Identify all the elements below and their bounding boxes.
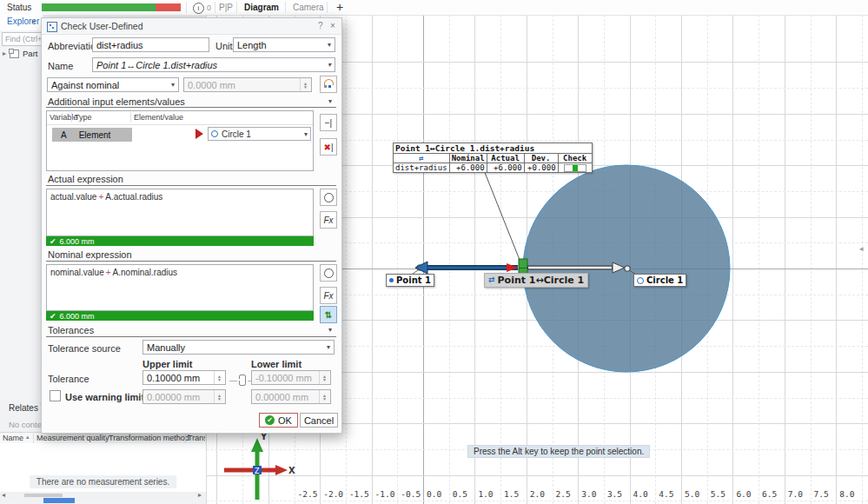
z-axis-label: Z [255,468,260,475]
col-transformation[interactable]: Transformat [188,434,205,442]
input-elements-table[interactable]: Variable Type Element/value A Element Ci… [46,110,314,171]
variable-cell: A [61,130,67,140]
warning-lower-input[interactable]: 0.00000 mm▲▼ [251,389,331,404]
scrollbar-thumb[interactable] [24,494,63,497]
result-dev: +0.000 [524,163,558,173]
actual-result-bar: ✔6.000 mm [46,236,314,246]
nominal-element-button[interactable] [320,264,337,282]
spinner-icons: ▲▼ [214,390,222,403]
actual-fx-button[interactable]: Fx [320,211,337,229]
warning-upper-input[interactable]: 0.00000 mm▲▼ [142,389,226,404]
help-button[interactable]: ? [318,21,323,30]
unit-label: Unit [215,41,233,51]
circle-1-label[interactable]: Circle 1 [633,274,686,287]
name-label: Name [48,61,73,71]
tolerance-source-select[interactable]: Manually▾ [142,340,335,355]
use-warning-limit-checkbox[interactable] [50,390,61,401]
abbreviation-input[interactable]: dist+radius [92,37,209,52]
scrollbar-thumb-active[interactable] [43,498,75,503]
upper-limit-input[interactable]: 0.10000 mm▲▼ [142,370,226,385]
tab-diagram[interactable]: Diagram [244,3,279,12]
delete-row-button[interactable]: ✖| [320,138,337,156]
tab-camera[interactable]: Camera [293,3,324,12]
col-name[interactable]: Name [3,434,23,442]
col-check: Check [558,154,592,163]
upper-limit-label: Upper limit [142,359,192,369]
horizontal-scrollbar[interactable]: ◂ ▸ [0,492,206,499]
result-table-row: dist+radius +6.000 +6.000 +0.000 [394,163,593,173]
transfer-nominal-button[interactable]: ⇅ [320,306,337,323]
status-label: Status [7,3,31,12]
spinner-icons: ▲▼ [319,371,327,384]
info-icon[interactable]: i [193,3,204,14]
lower-limit-label: Lower limit [251,359,301,369]
check-result-table[interactable]: Point 1↔Circle 1.dist+radius ⇄ Nominal A… [393,143,593,173]
unit-select[interactable]: Length▾ [233,37,335,52]
panel-collapse-handle[interactable]: ◂ [859,244,864,253]
point-1-label[interactable]: Point 1 [386,274,434,287]
element-combo[interactable]: Circle 1 ▾ [208,127,311,141]
input-row-selection[interactable]: A Element [52,128,132,142]
dialog-close-icon[interactable]: × [330,21,335,30]
nominal-expression-input[interactable]: nominal.value+A.nominal.radius [46,264,314,311]
axis-tick-label: 7.5 [814,489,829,499]
distance-check-icon: ⇄ [419,154,423,162]
explorer-close-icon[interactable]: × [31,17,36,26]
axis-tick-label: -2.5 [298,489,318,499]
result-table-title: Point 1↔Circle 1.dist+radius [394,143,593,154]
comparison-select[interactable]: Against nominal▾ [47,77,179,92]
cancel-button[interactable]: Cancel [300,413,338,428]
tab-explorer[interactable]: Explorer [0,15,43,30]
ok-button[interactable]: ✔OK [259,413,298,428]
top-toolbar: Status i 0 P|P Diagram Camera + [0,0,868,16]
distance-label[interactable]: ⇄ Point 1↔Circle 1 [484,273,588,288]
dialog-titlebar[interactable]: Check User-Defined ? × [42,18,341,35]
col-transformation-method[interactable]: Transformation method [109,434,189,442]
axis-tick-label: 2.5 [556,489,571,499]
col-measurement-quality[interactable]: Measurement quality [36,434,109,442]
chevron-down-icon: ▾ [327,343,330,351]
spinner-icons: ▲▼ [319,390,327,403]
result-row-label: dist+radius [394,163,450,173]
collapse-arrow-icon[interactable]: ▾ [328,326,332,334]
comparison-number-input[interactable]: 0.0000 mm▲▼ [183,77,312,92]
scroll-right-icon[interactable]: ▸ [198,491,202,499]
tab-pip[interactable]: P|P [219,3,233,12]
name-select[interactable]: Point 1↔Circle 1.dist+radius▾ [92,57,335,72]
inputs-section-title[interactable]: Additional input elements/values [48,96,185,107]
scroll-left-icon[interactable]: ◂ [2,491,5,499]
series-list-area: There are no measurement series. [0,443,206,492]
lower-limit-input[interactable]: -0.10000 mm▲▼ [251,370,331,385]
actual-element-button[interactable] [320,189,337,206]
tree-item-part[interactable]: ▸ Part [3,49,37,58]
chevron-down-icon: ▾ [328,41,331,49]
element-icon [324,269,334,278]
element-icon [324,193,334,202]
axis-tick-label: 3.0 [581,489,596,499]
alt-key-tooltip: Press the Alt key to keep the point sele… [467,445,650,458]
axis-tick-label: 1.0 [478,489,493,499]
circle-icon [637,277,644,284]
col-type: Type [75,113,92,122]
transfer-icon: ⇅ [325,310,332,320]
tolerances-section-title[interactable]: Tolerances [48,325,94,335]
axis-tick-label: 8.0 [839,489,854,499]
add-tab-button[interactable]: + [336,0,343,14]
empty-series-message: There are no measurement series. [30,475,176,488]
nominal-fx-button[interactable]: Fx [320,287,337,304]
expand-arrow-icon[interactable]: ▸ [3,50,6,57]
progress-green-segment [42,3,156,11]
spinner-down-icon: ▼ [303,85,308,89]
collapse-arrow-icon[interactable]: ▾ [328,97,332,105]
x-axis-label: X [288,466,295,475]
actual-expression-input[interactable]: actual.value+A.actual.radius [46,189,314,236]
part-icon [10,50,19,58]
sort-arrow-icon[interactable]: ▴ [26,434,30,441]
template-button[interactable] [320,76,337,93]
check-icon: ✔ [50,312,56,321]
col-actual: Actual [487,154,524,163]
circle-icon [211,130,218,137]
template-icon [323,79,334,90]
status-progress-bar [42,3,181,11]
add-row-button[interactable]: −| [320,114,337,131]
